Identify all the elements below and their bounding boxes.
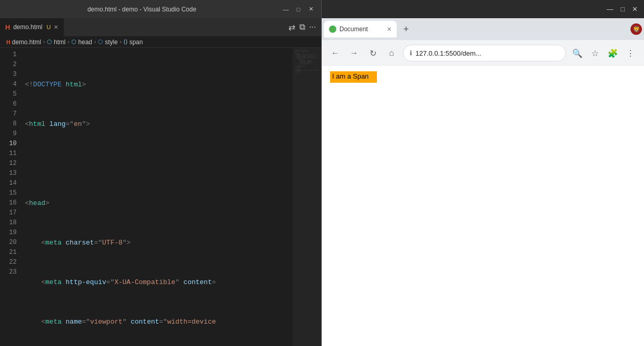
browser-tab-close-button[interactable]: ✕ (387, 26, 392, 33)
editor-tab[interactable]: H demo.html U ✕ (0, 18, 64, 36)
unsaved-indicator: U (46, 24, 50, 30)
close-button[interactable]: ✕ (307, 5, 315, 14)
browser-search-button[interactable]: 🔍 (570, 46, 585, 60)
browser-tab-favicon (329, 25, 336, 33)
address-text: 127.0.0.1:5500/dem... (415, 49, 559, 57)
ln-4: 4 (0, 80, 17, 89)
ln-13: 13 (0, 169, 17, 178)
code-line-1: <!DOCTYPE html> (25, 80, 293, 89)
breadcrumb-html[interactable]: ⬡ html (47, 39, 66, 46)
breadcrumb-head-text: head (78, 39, 92, 46)
minimap-preview: <!DOCTYPE html> <html lang="en"> <head> … (295, 50, 319, 74)
nav-right-buttons: 🔍 ☆ 🧩 ⋮ (570, 46, 638, 60)
browser-tab-title: Document (339, 25, 368, 33)
breadcrumb-sep-1: › (43, 39, 45, 45)
minimize-button[interactable]: — (282, 5, 290, 14)
ln-19: 19 (0, 228, 17, 238)
breadcrumb-span-text: span (129, 39, 143, 46)
breadcrumb-style[interactable]: ⬡ style (98, 39, 118, 46)
more-actions-icon[interactable]: ··· (309, 22, 316, 32)
breadcrumb-file-text: demo.html (12, 39, 41, 46)
code-line-3 (25, 159, 293, 169)
browser-more-button[interactable]: ⋮ (623, 46, 638, 60)
browser-newtab-button[interactable]: + (399, 22, 413, 36)
ln-22: 22 (0, 258, 17, 267)
breadcrumb-sep-4: › (120, 39, 121, 45)
minimap[interactable]: <!DOCTYPE html> <html lang="en"> <head> … (293, 48, 321, 346)
ln-15: 15 (0, 188, 17, 198)
breadcrumb-html-icon: H (6, 39, 10, 45)
ln-17: 17 (0, 208, 17, 218)
address-bar[interactable]: ℹ 127.0.0.1:5500/dem... (403, 45, 566, 61)
breadcrumb-html-elem-icon: ⬡ (47, 39, 52, 45)
line-numbers: 1 2 3 4 5 6 7 8 9 10 11 12 13 14 15 16 1… (0, 48, 21, 346)
breadcrumb-span[interactable]: ⟨⟩ span (123, 39, 143, 46)
code-line-5: <meta charset="UTF-8"> (25, 238, 293, 248)
ln-6: 6 (0, 99, 17, 109)
browser-titlebar: — □ ✕ (322, 0, 644, 18)
ln-9: 9 (0, 129, 17, 139)
code-line-6: <meta http-equiv="X-UA-Compatible" conte… (25, 277, 293, 287)
ln-23: 23 (0, 267, 17, 277)
breadcrumb-head-icon: ⬡ (71, 39, 77, 45)
browser-panel: — □ ✕ Document ✕ + 🦁 ← → ↻ ⌂ ℹ 127.0.0.1… (321, 0, 644, 346)
extensions-button[interactable]: 🧩 (605, 46, 620, 60)
ln-20: 20 (0, 238, 17, 248)
breadcrumb-sep-3: › (94, 39, 96, 45)
vscode-tabbar: H demo.html U ✕ ⇄ ⧉ ··· (0, 18, 321, 36)
vscode-panel: demo.html - demo - Visual Studio Code — … (0, 0, 321, 346)
ln-2: 2 (0, 60, 17, 70)
brave-icon: 🦁 (633, 25, 640, 33)
refresh-button[interactable]: ↻ (365, 46, 380, 60)
browser-tab[interactable]: Document ✕ (324, 21, 397, 37)
vscode-title-text: demo.html - demo - Visual Studio Code (6, 6, 277, 13)
tab-filename: demo.html (13, 23, 42, 31)
ln-21: 21 (0, 248, 17, 258)
back-button[interactable]: ← (328, 46, 343, 60)
ln-8: 8 (0, 119, 17, 129)
browser-tabbar: Document ✕ + 🦁 (322, 18, 644, 40)
ln-1: 1 (0, 50, 17, 60)
code-lines[interactable]: <!DOCTYPE html> <html lang="en"> <head> … (21, 48, 293, 346)
ln-10: 10 (0, 139, 17, 149)
browser-extension-button[interactable]: 🦁 (630, 23, 642, 35)
source-control-icon[interactable]: ⇄ (288, 22, 295, 32)
browser-content: I am a Span (322, 66, 644, 346)
code-line-7: <meta name="viewport" content="width=dev… (25, 317, 293, 327)
browser-minimize-button[interactable]: — (607, 5, 613, 13)
ln-3: 3 (0, 70, 17, 80)
breadcrumb-file[interactable]: H demo.html (6, 39, 41, 46)
ln-12: 12 (0, 159, 17, 169)
tab-close-button[interactable]: ✕ (54, 24, 58, 31)
bookmark-button[interactable]: ☆ (588, 46, 602, 60)
breadcrumb-style-icon: ⬡ (98, 39, 103, 45)
ln-16: 16 (0, 198, 17, 208)
lock-icon: ℹ (410, 49, 412, 57)
breadcrumb-head[interactable]: ⬡ head (71, 39, 92, 46)
tab-toolbar: ⇄ ⧉ ··· (288, 22, 321, 32)
browser-maximize-button[interactable]: □ (621, 5, 625, 13)
ln-14: 14 (0, 178, 17, 188)
ln-5: 5 (0, 89, 17, 99)
browser-close-button[interactable]: ✕ (632, 5, 638, 13)
split-editor-icon[interactable]: ⧉ (299, 22, 305, 32)
ln-7: 7 (0, 109, 17, 119)
breadcrumb-span-icon: ⟨⟩ (123, 39, 128, 45)
vscode-titlebar: demo.html - demo - Visual Studio Code — … (0, 0, 321, 18)
home-button[interactable]: ⌂ (384, 46, 399, 60)
code-line-4: <head> (25, 198, 293, 208)
maximize-button[interactable]: □ (294, 5, 302, 14)
breadcrumb-sep-2: › (68, 39, 69, 45)
ln-18: 18 (0, 218, 17, 228)
breadcrumb-style-text: style (105, 39, 118, 46)
breadcrumb: H demo.html › ⬡ html › ⬡ head › ⬡ style … (0, 36, 321, 48)
html-file-icon: H (5, 23, 10, 31)
code-line-2: <html lang="en"> (25, 119, 293, 129)
browser-navbar: ← → ↻ ⌂ ℹ 127.0.0.1:5500/dem... 🔍 ☆ 🧩 ⋮ (322, 40, 644, 66)
breadcrumb-html-text: html (54, 39, 66, 46)
code-editor[interactable]: 1 2 3 4 5 6 7 8 9 10 11 12 13 14 15 16 1… (0, 48, 321, 346)
span-rendered-element: I am a Span (330, 71, 377, 83)
ln-11: 11 (0, 149, 17, 159)
forward-button[interactable]: → (347, 46, 361, 60)
